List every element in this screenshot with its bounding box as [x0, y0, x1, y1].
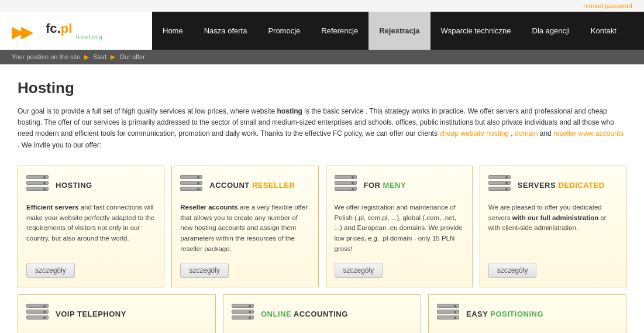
- breadcrumb-current: Our offer: [120, 53, 145, 60]
- intro-text-4: and: [538, 129, 553, 138]
- nav-rejestracja[interactable]: Rejestracja: [369, 12, 430, 50]
- card-domains-body: We offer registration and maintenance of…: [335, 202, 464, 255]
- card-accounting-header: ONLINE accounting: [232, 304, 412, 324]
- main-content: Hosting Our goal is to provide a full se…: [0, 64, 644, 333]
- dedicated-accent: Dedicated: [558, 181, 604, 190]
- card-voip-title: VOIP telephony: [56, 310, 126, 318]
- logo: fc.pl hosting: [46, 21, 103, 40]
- breadcrumb-start[interactable]: Start: [93, 53, 106, 60]
- page-title: Hosting: [18, 79, 626, 97]
- card-accounting: ONLINE accounting: [223, 294, 421, 333]
- domains-accent: MENY: [383, 181, 407, 190]
- nav-promocje[interactable]: Promocje: [257, 12, 311, 50]
- card-reseller-title: ACCOUNT RESELLER: [209, 181, 295, 190]
- nav-wsparcie[interactable]: Wsparcie techniczne: [431, 12, 522, 50]
- nav-referencje[interactable]: Referencje: [311, 12, 369, 50]
- breadcrumb: Your position on the site ▶ Start ▶ Our …: [0, 50, 644, 64]
- intro-text: Our goal is to provide a full set of hig…: [18, 106, 626, 151]
- remind-password-link[interactable]: remind password: [583, 2, 632, 9]
- card-dedicated: SERVERS Dedicated We are pleased to offe…: [480, 166, 626, 287]
- card-domains-title: FOR MENY: [364, 181, 407, 190]
- accounting-plain: accounting: [294, 310, 348, 318]
- card-positioning-title: Easy positioning: [466, 310, 543, 318]
- card-voip: VOIP telephony: [18, 294, 216, 333]
- intro-link-reseller[interactable]: reseller www accounts: [553, 129, 624, 138]
- card-hosting-body: Efficient servers and fast connections w…: [26, 202, 156, 255]
- main-nav: Home Nasza oferta Promocje Referencje Re…: [152, 12, 644, 50]
- card-domains-header: FOR MENY: [335, 175, 464, 195]
- intro-link-domain[interactable]: domain: [515, 129, 538, 138]
- logo-hosting: hosting: [76, 34, 103, 40]
- card-positioning-header: Easy positioning: [437, 304, 618, 324]
- server-icon-accounting: [232, 304, 255, 324]
- server-icon-reseller: [180, 175, 204, 195]
- header: fc.pl hosting Home Nasza oferta Promocje…: [0, 12, 644, 50]
- intro-text-1: Our goal is to provide a full set of hig…: [18, 107, 277, 115]
- breadcrumb-sep1: ▶: [84, 53, 89, 60]
- nav-nasza-oferta[interactable]: Nasza oferta: [194, 12, 258, 50]
- intro-bold: hosting: [277, 107, 302, 115]
- card-hosting-header: HOSTING: [26, 175, 156, 195]
- logo-arrow-icon: [12, 19, 41, 43]
- card-dedicated-title: SERVERS Dedicated: [518, 181, 605, 190]
- intro-text-3: ,: [509, 129, 515, 138]
- card-voip-header: VOIP telephony: [26, 304, 207, 324]
- card-reseller: ACCOUNT RESELLER Reseller accounts are a…: [171, 166, 318, 287]
- nav-home[interactable]: Home: [152, 12, 194, 50]
- breadcrumb-sep2: ▶: [111, 53, 115, 60]
- card-dedicated-btn[interactable]: szczegóły: [488, 263, 537, 278]
- nav-kontakt[interactable]: Kontakt: [580, 12, 627, 50]
- intro-link-cheap[interactable]: cheap website hosting: [439, 129, 509, 138]
- card-hosting-title: HOSTING: [56, 181, 92, 190]
- positioning-accent: positioning: [490, 310, 543, 318]
- card-reseller-body: Reseller accounts are a very flexible of…: [180, 202, 309, 255]
- card-dedicated-body: We are pleased to offer you dedicated se…: [488, 202, 618, 255]
- card-reseller-header: ACCOUNT RESELLER: [180, 175, 309, 195]
- server-icon-domains: [335, 175, 358, 195]
- nav-dla-agencji[interactable]: Dla agencji: [522, 12, 580, 50]
- server-icon-hosting: [26, 175, 50, 195]
- reseller-accent: RESELLER: [250, 181, 295, 190]
- card-reseller-btn[interactable]: szczegóły: [180, 263, 229, 278]
- card-hosting: HOSTING Efficient servers and fast conne…: [18, 166, 164, 287]
- breadcrumb-position: Your position on the site: [12, 53, 80, 60]
- intro-text-5: . We invite you to our offer:: [18, 141, 101, 149]
- logo-area: fc.pl hosting: [0, 12, 152, 50]
- server-icon-voip: [26, 304, 50, 324]
- card-positioning: Easy positioning: [428, 294, 626, 333]
- card-domains-btn[interactable]: szczegóły: [335, 263, 383, 278]
- cards-row2: VOIP telephony ONLINE accounting: [18, 294, 626, 333]
- server-icon-positioning: [437, 304, 460, 324]
- accounting-accent: ONLINE: [261, 310, 291, 318]
- card-domains: FOR MENY We offer registration and maint…: [326, 166, 473, 287]
- server-icon-dedicated: [488, 175, 512, 195]
- top-bar: remind password: [0, 0, 644, 12]
- cards-row1: HOSTING Efficient servers and fast conne…: [18, 166, 626, 287]
- voip-accent: telephony: [77, 310, 126, 318]
- card-dedicated-header: SERVERS Dedicated: [488, 175, 618, 195]
- card-accounting-title: ONLINE accounting: [261, 310, 348, 318]
- card-hosting-btn[interactable]: szczegóły: [26, 263, 75, 278]
- logo-text: fc.pl: [46, 21, 72, 36]
- positioning-plain: Easy: [466, 310, 488, 318]
